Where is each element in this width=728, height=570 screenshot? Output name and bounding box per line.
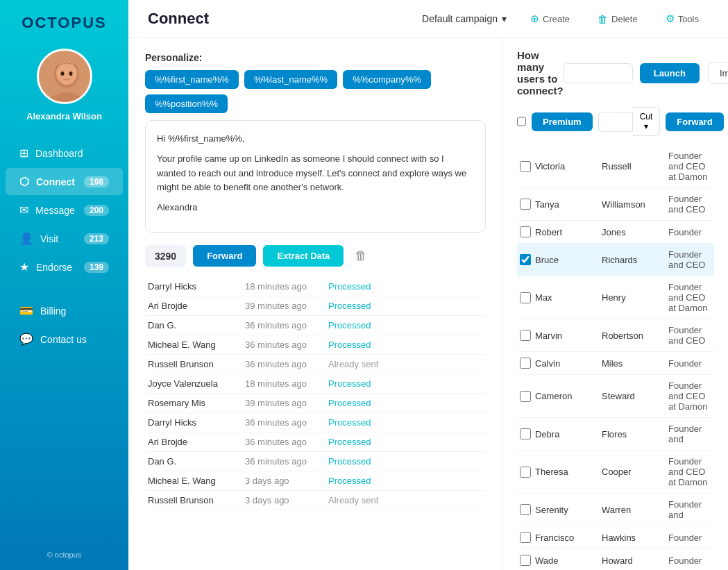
contact-last-name: Howard xyxy=(602,555,664,566)
extract-button[interactable]: Extract Data xyxy=(263,245,344,267)
log-status: Processed xyxy=(328,378,371,389)
log-item: Russell Brunson 3 days ago Already sent xyxy=(145,491,486,510)
sidebar-item-contact[interactable]: 💬 Contact us xyxy=(6,326,123,353)
contact-role: Founder xyxy=(668,533,711,543)
cut-chevron-icon: ▾ xyxy=(644,121,648,131)
log-status: Processed xyxy=(328,456,371,467)
contact-last-name: Robertson xyxy=(602,330,664,341)
log-time: 36 minutes ago xyxy=(245,320,328,330)
contact-checkbox[interactable] xyxy=(520,504,531,515)
sidebar-item-label: Billing xyxy=(40,305,66,317)
sidebar-item-label: Message xyxy=(35,205,75,216)
delete-label: Delete xyxy=(611,14,638,24)
campaign-selector[interactable]: Default campaign ▾ xyxy=(422,13,507,24)
sidebar-item-label: Connect xyxy=(36,176,75,187)
svg-point-5 xyxy=(69,72,72,76)
forward-button[interactable]: Forward xyxy=(193,245,256,267)
cut-filter-wrap: Cut ▾ xyxy=(598,107,661,136)
import-button[interactable]: Import xyxy=(708,62,728,84)
left-panel: Personalize: %%first_name%% %%last_name%… xyxy=(128,38,503,570)
log-item: Micheal E. Wang 36 minutes ago Processed xyxy=(145,335,486,355)
contact-last-name: Flores xyxy=(602,429,664,439)
contact-first-name: Robert xyxy=(535,227,598,237)
delete-list-button[interactable]: 🗑 xyxy=(355,249,367,263)
contact-first-name: Calvin xyxy=(535,358,598,369)
avatar-image xyxy=(39,51,92,104)
log-status: Processed xyxy=(328,281,371,292)
log-name: Joyce Valenzuela xyxy=(148,378,245,389)
contact-first-name: Max xyxy=(535,292,598,303)
contact-last-name: Miles xyxy=(602,358,664,369)
select-all-checkbox[interactable] xyxy=(517,116,526,127)
sidebar-item-billing[interactable]: 💳 Billing xyxy=(6,297,123,324)
premium-filter-button[interactable]: Premium xyxy=(532,112,593,131)
contact-checkbox[interactable] xyxy=(520,391,531,402)
contact-checkbox[interactable] xyxy=(520,330,531,341)
tag-position[interactable]: %%position%% xyxy=(145,94,228,113)
log-status: Processed xyxy=(328,301,371,311)
cut-input[interactable] xyxy=(598,112,633,132)
right-header: How many users to connect? Launch Import… xyxy=(517,49,714,97)
create-icon: ⊕ xyxy=(530,12,539,25)
personalize-label: Personalize: xyxy=(145,52,486,63)
log-time: 36 minutes ago xyxy=(245,456,328,467)
create-button[interactable]: ⊕ Create xyxy=(520,8,579,29)
sidebar-item-visit[interactable]: 👤 Visit 213 xyxy=(6,225,123,252)
connect-count-input[interactable] xyxy=(564,63,633,83)
contact-row: Robert Jones Founder xyxy=(517,221,714,244)
log-name: Ari Brojde xyxy=(148,437,245,447)
contact-row: Debra Flores Founder and xyxy=(517,418,714,451)
contact-checkbox[interactable] xyxy=(520,428,531,439)
contact-checkbox[interactable] xyxy=(520,161,531,172)
contact-row: Victoria Russell Founder and CEO at Damo… xyxy=(517,145,714,188)
log-time: 18 minutes ago xyxy=(245,281,328,292)
tag-last-name[interactable]: %%last_name%% xyxy=(244,70,337,89)
sidebar-item-endorse[interactable]: ★ Endorse 139 xyxy=(6,253,123,280)
contact-checkbox[interactable] xyxy=(520,254,531,265)
log-time: 3 days ago xyxy=(245,476,328,486)
log-name: Russell Brunson xyxy=(148,495,245,505)
contact-last-name: Henry xyxy=(602,292,664,303)
contact-checkbox[interactable] xyxy=(520,358,531,369)
contact-role: Founder and CEO at Damon xyxy=(668,456,711,487)
sidebar-item-message[interactable]: ✉ Message 200 xyxy=(6,196,123,224)
tag-company[interactable]: %%company%% xyxy=(343,70,431,89)
log-list: Darryl Hicks 18 minutes ago Processed Ar… xyxy=(145,277,486,510)
contact-last-name: Richards xyxy=(602,255,664,265)
contact-checkbox[interactable] xyxy=(520,532,531,543)
tools-label: Tools xyxy=(678,14,699,24)
tools-button[interactable]: ⚙ Tools xyxy=(656,8,709,29)
log-name: Rosemary Mis xyxy=(148,398,245,408)
contact-first-name: Marvin xyxy=(535,330,598,341)
delete-button[interactable]: 🗑 Delete xyxy=(588,9,647,29)
sidebar-item-label: Dashboard xyxy=(35,148,83,159)
sidebar-item-label: Contact us xyxy=(40,334,87,345)
contact-checkbox[interactable] xyxy=(520,226,531,237)
cut-dropdown-button[interactable]: Cut ▾ xyxy=(633,107,661,136)
log-item: Russell Brunson 36 minutes ago Already s… xyxy=(145,355,486,374)
contact-row: Wade Howard Founder xyxy=(517,549,714,570)
tag-first-name[interactable]: %%first_name%% xyxy=(145,70,239,89)
count-display: 3290 xyxy=(145,245,186,267)
main-area: Connect Default campaign ▾ ⊕ Create 🗑 De… xyxy=(128,0,728,570)
contact-role: Founder and CEO at Damon xyxy=(668,282,711,313)
contact-checkbox[interactable] xyxy=(520,292,531,303)
filter-forward-button[interactable]: Forward xyxy=(666,112,723,131)
create-label: Create xyxy=(543,14,570,24)
contact-checkbox[interactable] xyxy=(520,199,531,210)
message-editor[interactable]: Hi %%first_name%%, Your profile came up … xyxy=(145,120,486,233)
contact-checkbox[interactable] xyxy=(520,555,531,566)
contact-checkbox[interactable] xyxy=(520,467,531,478)
log-item: Dan G. 36 minutes ago Processed xyxy=(145,316,486,335)
bottom-actions: 3290 Forward Extract Data 🗑 xyxy=(145,245,486,267)
billing-icon: 💳 xyxy=(19,304,33,317)
contact-row: Bruce Richards Founder and CEO xyxy=(517,244,714,276)
contact-last-name: Russell xyxy=(602,161,664,171)
contact-row: Tanya Williamson Founder and CEO xyxy=(517,188,714,221)
sidebar-item-dashboard[interactable]: ⊞ Dashboard xyxy=(6,140,123,167)
log-item: Darryl Hicks 18 minutes ago Processed xyxy=(145,277,486,296)
contact-row: Theresa Cooper Founder and CEO at Damon xyxy=(517,451,714,494)
sidebar-item-connect[interactable]: ⬡ Connect 198 xyxy=(6,168,123,195)
launch-button[interactable]: Launch xyxy=(640,63,700,83)
contact-row: Serenity Warren Founder and xyxy=(517,494,714,526)
